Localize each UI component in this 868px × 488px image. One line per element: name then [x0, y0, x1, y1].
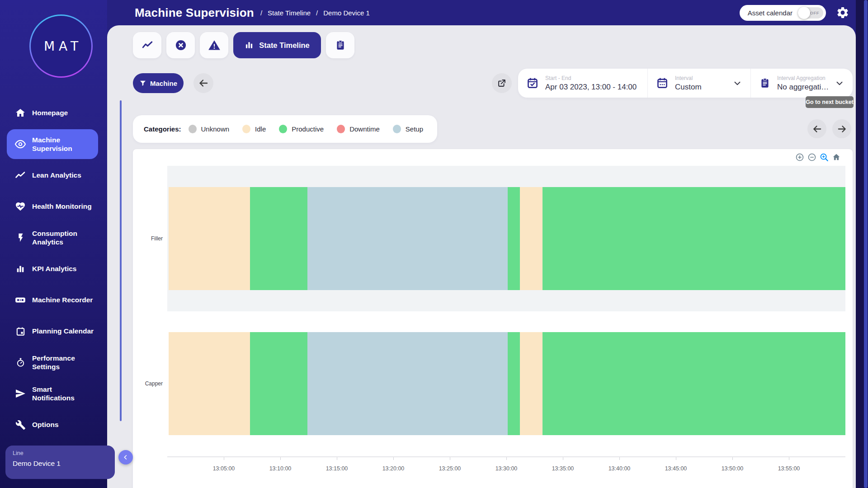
legend-item-productive[interactable]: Productive: [279, 125, 324, 133]
x-axis-label: 13:45:00: [665, 465, 687, 472]
asset-calendar-toggle-pill[interactable]: Asset calendar OFF: [740, 5, 826, 21]
start-end-label: Start - End: [545, 75, 637, 81]
sidebar-item-label: Performance Settings: [32, 354, 96, 371]
timeline-segment-productive[interactable]: [508, 187, 520, 290]
timeline-segment-idle[interactable]: [169, 187, 250, 290]
timeline-segment-productive[interactable]: [542, 187, 845, 290]
calendar-icon: [14, 325, 26, 337]
x-axis-label: 13:35:00: [552, 465, 574, 472]
view-tabbar: State Timeline: [133, 32, 354, 58]
downtime-color-dot: [337, 125, 345, 133]
x-axis-label: 13:40:00: [609, 465, 631, 472]
page-scrollbar-track[interactable]: [856, 0, 868, 488]
timeline-segment-setup[interactable]: [307, 187, 508, 290]
timeline-segment-idle[interactable]: [520, 332, 542, 435]
timeline-segment-productive[interactable]: [250, 332, 308, 435]
chevron-left-icon: [122, 454, 129, 461]
next-bucket-button[interactable]: [832, 119, 851, 138]
chart-toolbar: [794, 151, 842, 163]
state-timeline-chart: FillerCapper 13:05:0013:10:0013:15:0013:…: [133, 149, 853, 488]
tab-state-timeline[interactable]: State Timeline: [233, 32, 321, 58]
sidebar-scrollbar[interactable]: [120, 100, 122, 421]
device-line-label: Line: [13, 450, 108, 456]
categories-legend: Categories: Unknown Idle Productive Down…: [133, 115, 437, 143]
interval-aggregation-select[interactable]: Interval Aggregation No aggregati…: [750, 69, 853, 98]
sidebar-item-machine-supervision[interactable]: Machine Supervision: [7, 129, 98, 159]
legend-item-setup[interactable]: Setup: [393, 125, 423, 133]
sidebar: MAT Homepage Machine Supervision Lean An…: [0, 0, 107, 488]
zoom-out-icon[interactable]: [806, 151, 817, 163]
interval-label: Interval: [675, 75, 702, 81]
arrow-right-icon: [837, 124, 847, 134]
arrow-left-icon: [812, 124, 822, 134]
machine-filter-button[interactable]: Machine: [133, 73, 184, 93]
sidebar-item-machine-recorder[interactable]: Machine Recorder: [7, 285, 98, 315]
timeline-segment-setup[interactable]: [307, 332, 508, 435]
filters-back-button[interactable]: [193, 73, 213, 93]
sidebar-item-consumption-analytics[interactable]: Consumption Analytics: [7, 223, 98, 253]
legend-item-idle[interactable]: Idle: [242, 125, 266, 133]
sidebar-collapse-button[interactable]: [118, 450, 133, 465]
breadcrumb-section[interactable]: State Timeline: [268, 9, 311, 17]
asset-calendar-switch[interactable]: OFF: [798, 7, 823, 19]
timeline-plot[interactable]: [167, 166, 845, 457]
sidebar-item-label: Homepage: [32, 108, 96, 117]
stopwatch-icon: [14, 357, 26, 368]
x-axis-tick: [224, 457, 224, 460]
x-axis-tick: [280, 457, 281, 460]
external-link-icon: [497, 78, 507, 88]
sidebar-item-lean-analytics[interactable]: Lean Analytics: [7, 160, 98, 190]
legend-item-unknown[interactable]: Unknown: [189, 125, 230, 133]
calendar-check-icon: [526, 77, 539, 89]
timeline-segment-productive[interactable]: [508, 332, 520, 435]
tab-trend-view[interactable]: [133, 32, 161, 58]
toggle-state-label: OFF: [810, 10, 820, 15]
tab-report-view[interactable]: [326, 32, 354, 58]
start-end-picker[interactable]: Start - End Apr 03 2023, 13:00 - 14:00: [518, 69, 647, 98]
brand-logo: MAT: [29, 14, 93, 78]
zoom-in-icon[interactable]: [794, 151, 805, 163]
gear-icon[interactable]: [836, 6, 849, 19]
main-content: State Timeline Machine Start - End Apr 0…: [107, 25, 856, 488]
interval-select[interactable]: Interval Custom: [647, 69, 750, 98]
timeline-segment-idle[interactable]: [169, 332, 250, 435]
sidebar-item-kpi-analytics[interactable]: KPI Analytics: [7, 254, 98, 284]
time-settings-card: Start - End Apr 03 2023, 13:00 - 14:00 I…: [518, 69, 853, 98]
device-name: Demo Device 1: [13, 460, 108, 468]
x-axis-label: 13:15:00: [326, 465, 348, 472]
warning-icon: [208, 39, 221, 52]
tab-downtime-view[interactable]: [166, 32, 195, 58]
sidebar-item-smart-notifications[interactable]: Smart Notifications: [7, 379, 98, 408]
sidebar-item-health-monitoring[interactable]: Health Monitoring: [7, 192, 98, 221]
arrow-left-icon: [198, 78, 209, 89]
x-axis-label: 13:05:00: [213, 465, 235, 472]
x-axis-label: 13:20:00: [382, 465, 405, 472]
timeline-segment-idle[interactable]: [520, 187, 542, 290]
timeline-segment-productive[interactable]: [250, 187, 308, 290]
sidebar-item-label: Planning Calendar: [32, 327, 96, 335]
legend-item-downtime[interactable]: Downtime: [337, 125, 380, 133]
sidebar-item-performance-settings[interactable]: Performance Settings: [7, 347, 98, 377]
sidebar-item-homepage[interactable]: Homepage: [7, 98, 98, 128]
sidebar-item-options[interactable]: Options: [7, 410, 98, 440]
reset-zoom-home-icon[interactable]: [830, 151, 842, 163]
toggle-knob: [798, 7, 810, 19]
open-external-button[interactable]: [492, 73, 512, 93]
breadcrumb-device[interactable]: Demo Device 1: [323, 9, 370, 17]
calendar-dots-icon: [656, 77, 669, 89]
trend-icon: [142, 39, 153, 51]
brand-logo-text: MAT: [31, 16, 91, 76]
selection-zoom-icon[interactable]: [818, 151, 830, 163]
x-axis-label: 13:50:00: [722, 465, 744, 472]
device-card[interactable]: Line Demo Device 1: [5, 446, 115, 479]
eye-icon: [14, 138, 26, 150]
bar-chart-icon: [14, 263, 26, 275]
tab-alarms-view[interactable]: [200, 32, 228, 58]
x-axis-label: 13:30:00: [495, 465, 518, 472]
timeline-segment-productive[interactable]: [542, 332, 845, 435]
sidebar-item-label: Machine Supervision: [32, 136, 96, 153]
sidebar-item-label: Consumption Analytics: [32, 229, 96, 247]
previous-bucket-button[interactable]: [807, 119, 826, 138]
sidebar-item-planning-calendar[interactable]: Planning Calendar: [7, 316, 98, 346]
page-scrollbar-thumb[interactable]: [864, 0, 868, 488]
